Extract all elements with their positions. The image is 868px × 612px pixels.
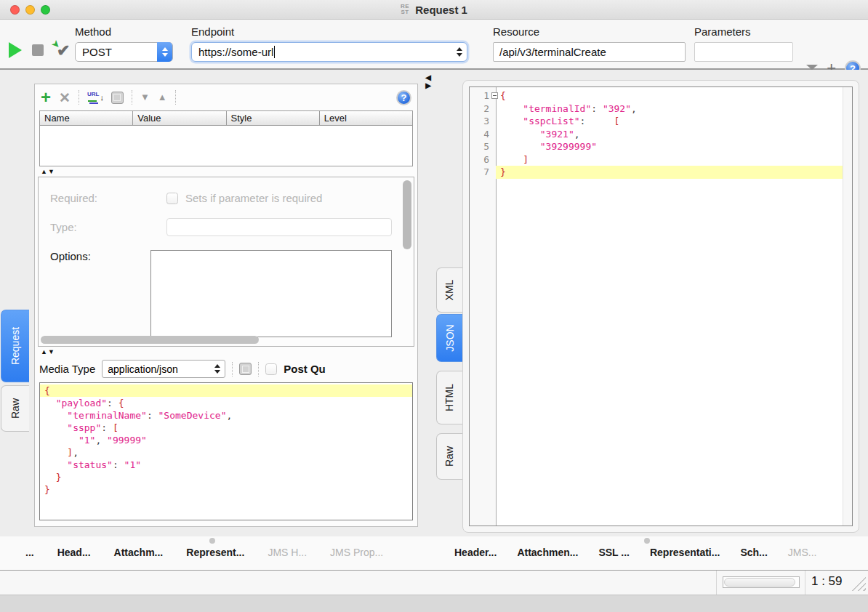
code-text: { (496, 89, 843, 102)
text-caret (274, 46, 275, 58)
update-from-url-button[interactable]: URL↓ (87, 91, 103, 104)
resource-input[interactable]: /api/v3/terminalCreate (493, 42, 686, 62)
splitter-up-icon[interactable]: ▲ (41, 349, 47, 355)
cancel-request-button[interactable] (32, 44, 44, 56)
table-form-splitter[interactable]: ▲ ▼ (35, 166, 417, 177)
request-body-editor[interactable]: { "payload": { "terminalName": "SomeDevi… (39, 382, 413, 520)
splitter-grip-dot[interactable] (209, 538, 215, 544)
response-inspector-tab[interactable]: Sch... (740, 547, 767, 558)
type-input[interactable] (166, 218, 392, 236)
required-label: Required: (50, 192, 166, 204)
request-inspector-tab[interactable]: Represent... (186, 547, 244, 558)
response-inspector-tab[interactable]: Attachmen... (517, 547, 578, 558)
response-code-line: 4 "3921", (470, 128, 852, 141)
column-header-name[interactable]: Name (39, 110, 132, 126)
line-number: 6 (470, 153, 496, 166)
response-code-line: 6 ] (470, 153, 852, 166)
line-number: 4 (470, 128, 496, 141)
request-inspector-tab[interactable]: Head... (57, 547, 91, 558)
required-hint: Sets if parameter is required (185, 192, 322, 204)
method-stepper-icon[interactable] (157, 42, 172, 62)
params-help-button[interactable]: ? (396, 90, 411, 105)
caret-position: 1 : 59 (811, 574, 843, 589)
media-type-label: Media Type (39, 363, 95, 375)
request-view-tab-request[interactable]: Request (1, 310, 29, 382)
splitter-down-icon[interactable]: ▼ (48, 349, 55, 355)
fold-collapse-icon[interactable] (491, 92, 498, 99)
collapse-left-icon[interactable]: ◀ (425, 74, 431, 81)
options-listbox[interactable] (150, 250, 392, 337)
request-bottom-tabs: ...Head...Attachm...Represent...JMS H...… (25, 547, 422, 558)
body-code-line: { (40, 384, 412, 397)
response-vertical-scrollbar[interactable] (843, 87, 852, 526)
options-label: Options: (50, 250, 150, 262)
rest-document-icon: RE ST (401, 4, 409, 15)
move-param-down-button[interactable]: ▼ (140, 94, 150, 101)
form-media-splitter[interactable]: ▲ ▼ (35, 347, 417, 357)
tab-label: JSON (444, 324, 456, 351)
toolbar-separator (132, 90, 132, 105)
code-text: ] (496, 153, 843, 166)
response-inspector-tab[interactable]: SSL ... (598, 547, 630, 558)
form-horizontal-scrollbar[interactable] (41, 336, 390, 344)
close-window-button[interactable] (10, 5, 20, 15)
endpoint-stepper-icon[interactable] (451, 42, 467, 62)
response-json-editor[interactable]: 1{2 "terminalId": "392",3 "sspcList": [4… (469, 86, 853, 526)
endpoint-value: https://some-url (198, 46, 273, 58)
request-inspector-tab[interactable]: ... (25, 547, 34, 558)
toolbar-separator (79, 90, 79, 105)
tab-label: Request (9, 327, 21, 365)
splitter-down-icon[interactable]: ▼ (48, 169, 55, 175)
code-text: } (496, 166, 843, 179)
request-inspector-tab[interactable]: Attachm... (114, 547, 164, 558)
panel-splitter[interactable]: ◀ ▶ (423, 74, 433, 89)
tab-label: Raw (443, 446, 455, 467)
column-header-level[interactable]: Level (319, 110, 413, 126)
add-param-button[interactable]: + (41, 90, 51, 105)
response-inspector-tab[interactable]: Header... (454, 547, 497, 558)
code-text: "terminalId": "392", (496, 102, 843, 116)
media-type-stepper-icon[interactable] (209, 360, 225, 378)
response-view-tab-raw[interactable]: Raw (436, 433, 462, 480)
request-view-tab-raw[interactable]: Raw (1, 385, 29, 432)
parameters-input[interactable] (694, 42, 793, 62)
splitter-up-icon[interactable]: ▲ (41, 169, 47, 175)
body-code-line: "terminalName": "SomeDevice", (40, 409, 412, 422)
column-header-value[interactable]: Value (132, 110, 225, 126)
resubmit-check-icon: ✔ (57, 41, 70, 60)
response-view-tab-xml[interactable]: XML (436, 267, 462, 313)
media-type-select[interactable]: application/json (102, 360, 225, 378)
body-code-line: } (40, 471, 412, 483)
response-view-tab-html[interactable]: HTML (436, 371, 462, 424)
minimize-window-button[interactable] (25, 5, 35, 15)
required-checkbox[interactable] (166, 193, 178, 204)
param-details-form: Required: Sets if parameter is required … (38, 177, 414, 347)
params-table-body[interactable] (39, 126, 413, 166)
splitter-grip-dot[interactable] (644, 538, 650, 544)
type-label: Type: (50, 221, 166, 233)
method-select[interactable]: POST (75, 42, 173, 62)
revert-params-button[interactable] (111, 92, 124, 104)
move-param-up-button[interactable]: ▲ (158, 94, 167, 101)
column-header-style[interactable]: Style (226, 110, 319, 126)
window-title: Request 1 (415, 4, 467, 16)
resize-grip[interactable] (850, 576, 866, 591)
zoom-window-button[interactable] (41, 5, 50, 15)
response-view-tab-json[interactable]: JSON (436, 314, 462, 362)
toolbar-separator (258, 362, 259, 377)
submit-request-button[interactable] (9, 42, 22, 58)
collapse-right-icon[interactable]: ▶ (425, 82, 431, 89)
parameters-label: Parameters (694, 25, 793, 38)
request-inspector-tab: JMS Prop... (330, 547, 383, 558)
resubmit-request-button[interactable]: ➤ ✔ (54, 41, 73, 59)
recreate-body-button[interactable] (239, 363, 252, 375)
endpoint-input[interactable]: https://some-url (191, 42, 467, 62)
post-querystring-checkbox[interactable] (265, 363, 277, 375)
post-querystring-label: Post Qu (284, 363, 326, 375)
response-code-line: 5 "39299999" (470, 140, 852, 153)
status-separator (716, 571, 717, 595)
delete-param-button[interactable]: ✕ (59, 89, 71, 106)
body-code-line: } (40, 483, 412, 496)
form-vertical-scrollbar[interactable] (403, 180, 411, 323)
response-inspector-tab[interactable]: Representati... (650, 547, 720, 558)
